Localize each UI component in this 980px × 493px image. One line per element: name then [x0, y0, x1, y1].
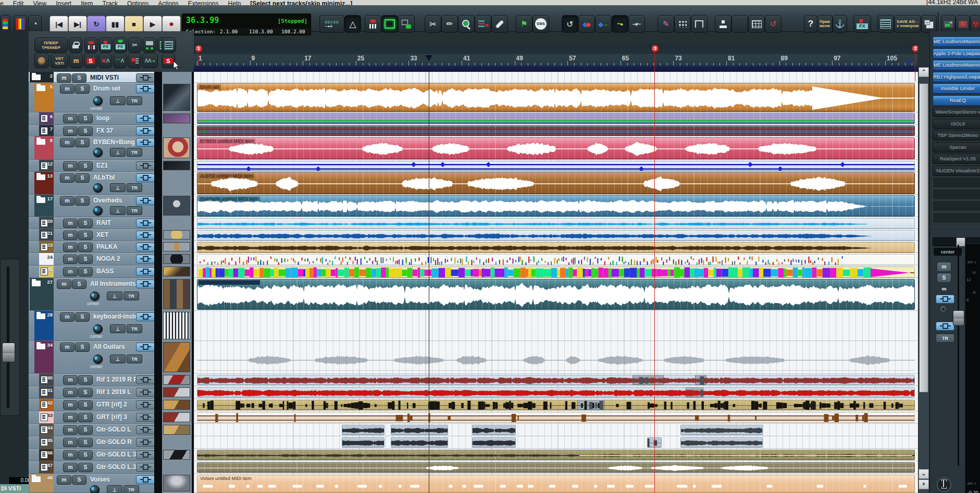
xet-item[interactable] [197, 230, 915, 241]
track-name[interactable]: XET [96, 231, 108, 238]
open-project-icon[interactable]: ➔ [941, 15, 956, 33]
tr-button[interactable]: TR [123, 485, 139, 493]
track-row-gtr-solo-l[interactable]: 44mSGtr-SOLO L– [29, 424, 154, 436]
tempo-box-icon[interactable]: 88288−▪+ [319, 15, 344, 33]
folder-io-icon[interactable] [143, 37, 156, 53]
track-row-overheds[interactable]: 17mSOverheds⊥TR [29, 195, 154, 217]
fx-slot-reaeq[interactable]: ReaEQ [933, 95, 980, 106]
mute-button[interactable]: m [63, 388, 78, 397]
pan-knob[interactable] [93, 148, 103, 157]
track-row-midi-vsti[interactable]: 2mSMIDI VSTi– [29, 72, 154, 83]
track-row-byben-bong[interactable]: 8mSBYBEN+Bong⊥TR [29, 136, 154, 160]
io-button[interactable] [136, 219, 154, 227]
track-name[interactable]: All Guitars [93, 343, 125, 350]
unselect-routing-icon[interactable]: ✕ꓥ [98, 53, 112, 68]
gtr-solo-r-2[interactable] [391, 437, 448, 448]
rif-r-block-1[interactable] [632, 375, 664, 385]
track-name[interactable]: Gtr-SOLO L 38 [96, 451, 140, 458]
metronome-icon[interactable]: △ [344, 15, 361, 33]
pan-knob[interactable] [93, 183, 103, 193]
track-row-rif-1-2019-r-pit[interactable]: 40mSRif 1 2019 R Pit– [29, 374, 154, 386]
help-button[interactable]: ? [804, 15, 817, 33]
solo-button[interactable]: S [72, 280, 86, 289]
mute-button[interactable]: m [57, 475, 71, 485]
ez1-item[interactable] [197, 161, 915, 171]
remove-fx-icon[interactable]: × [475, 15, 491, 33]
mute-button[interactable]: m [60, 173, 75, 183]
move-envelope-icon[interactable]: ◆→ [595, 15, 612, 33]
all-instruments-item[interactable] [197, 279, 915, 310]
mute-button[interactable]: m [63, 400, 78, 410]
show-routing-icon[interactable]: ◠ꓥ [113, 53, 127, 68]
zoom-tool-icon[interactable] [458, 15, 475, 33]
track-name[interactable]: FX 37 [96, 127, 113, 134]
width-button[interactable]: ⊥ [110, 183, 126, 192]
width-button[interactable]: ⊥ [110, 206, 126, 215]
track-row-voises[interactable]: 48mSVoises⊥TR [29, 474, 154, 493]
master-io-button[interactable] [936, 295, 954, 304]
vst-button[interactable]: VSTVSTi [51, 53, 68, 68]
track-name[interactable]: keyboard-instr [93, 313, 137, 320]
fx-slot-apple-2-pole-lowpass[interactable]: Apple 2-Pole Lowpass [933, 48, 980, 59]
io-button[interactable] [136, 375, 154, 384]
fx-slot-bypassed-specan[interactable]: Specan [933, 142, 980, 153]
routing-matrix-icon[interactable]: ꓥꓥ➔ [142, 53, 158, 68]
solo-button[interactable]: S [72, 73, 86, 83]
track-row-all-guitars[interactable]: 34mSAll Guitarscenter⊥TR [29, 341, 154, 374]
mute-button[interactable]: m [63, 161, 78, 171]
color-palette-icon[interactable] [14, 15, 27, 33]
track-row-bass[interactable]: 25mSBASS [29, 266, 154, 278]
menu-item-extensions[interactable]: Extensions [188, 0, 219, 5]
grt-rif-3-item[interactable] [197, 412, 915, 423]
voises-item[interactable]: Voises untitled MIDI item [197, 475, 915, 493]
monitor-icon[interactable] [34, 53, 49, 68]
solo-button[interactable]: S [78, 375, 93, 385]
pan-knob[interactable] [90, 485, 100, 493]
track-row-ez1[interactable]: 12mSEZ1– [29, 160, 154, 172]
master-io-button-2[interactable] [936, 322, 954, 331]
fx-slot-bypassed-wavescopestereo-v[interactable]: WaveScopeStereo v [933, 107, 980, 117]
tr-button[interactable]: TR [127, 148, 142, 157]
mute-button[interactable]: m [60, 312, 75, 322]
fx-37-item[interactable] [197, 125, 915, 136]
gauge-icon[interactable]: ◔ [28, 15, 42, 33]
mute-master-button[interactable]: m [69, 53, 83, 68]
hide-tracks-icon[interactable] [84, 37, 98, 53]
bass-item[interactable] [197, 267, 915, 278]
fx-slot-bypassed-tbp-stereo2mono[interactable]: TBP Stereo2Mono [933, 130, 980, 141]
zoom-in-button[interactable]: + [919, 479, 929, 489]
master-fader-track[interactable] [958, 245, 959, 466]
gtr-solo-r-3[interactable] [472, 437, 516, 448]
edit-me-button[interactable]: Правменя [817, 15, 833, 33]
io-button[interactable] [136, 450, 154, 459]
lock-icon[interactable] [69, 37, 82, 53]
track-row-gtr-solo-l-39[interactable]: 47mSGtr-SOLO L.39– [29, 461, 154, 474]
image-restore-icon[interactable]: ↺ [765, 15, 781, 33]
track-row-gtr-rif-2[interactable]: 42mSGTR [rif] 2– [29, 399, 154, 411]
track-row-all-instruments[interactable]: 27mSAll Instrumentscenter⊥TR [29, 278, 154, 311]
solo-button[interactable]: S [78, 255, 93, 264]
solo-button[interactable]: S [75, 138, 90, 147]
save-as-button[interactable]: SAVE AS: -с номером [894, 15, 921, 33]
track-row-loop[interactable]: 6mSloop [29, 112, 154, 125]
fx-slot-bypassed-isol8[interactable]: ISOL8 [933, 119, 980, 129]
track-name[interactable]: BASS [96, 268, 114, 275]
drum-set-item[interactable]: Drum set [197, 83, 915, 112]
gtr-solo-l38-item[interactable] [197, 450, 915, 460]
io-button[interactable] [136, 231, 154, 239]
io-button[interactable] [136, 343, 154, 351]
fx-slot-empty[interactable] [933, 200, 980, 211]
guitars-faint-item[interactable] [197, 350, 915, 371]
gtr-rif-2-item[interactable] [197, 400, 915, 410]
go-to-start-button[interactable]: |◀ [49, 16, 68, 32]
menu-item-edit[interactable]: Edit [13, 0, 24, 5]
track-row-xet[interactable]: 21mSXET [29, 229, 154, 241]
io-button[interactable] [136, 267, 154, 276]
master-fader-knob[interactable] [953, 310, 964, 326]
loop-item[interactable] [197, 113, 915, 124]
track-row-gtr-solo-l-38[interactable]: 46mSGtr-SOLO L 38– [29, 449, 154, 461]
rif-l-block[interactable] [686, 387, 703, 398]
menu-item-options[interactable]: Options [127, 0, 148, 5]
rif-r-block-2[interactable] [695, 375, 706, 385]
mute-button[interactable]: m [63, 267, 78, 276]
